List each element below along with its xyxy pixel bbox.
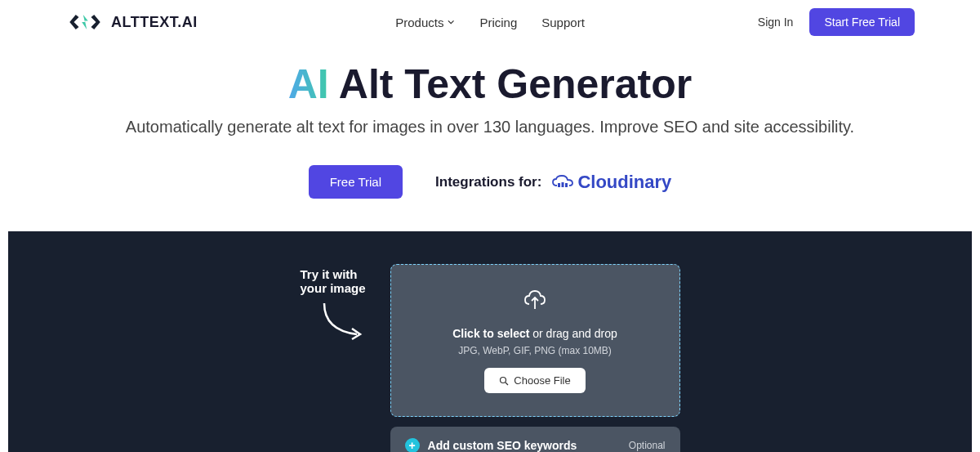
search-icon [499, 376, 509, 386]
svg-rect-2 [565, 183, 568, 187]
seo-keywords-panel[interactable]: + Add custom SEO keywords Optional [390, 427, 680, 452]
nav-products[interactable]: Products [395, 16, 455, 29]
chevron-down-icon [447, 18, 455, 26]
sign-in-link[interactable]: Sign In [758, 16, 794, 29]
cloudinary-logo[interactable]: Cloudinary [551, 172, 671, 193]
integrations-label: Integrations for: [435, 174, 541, 190]
upload-cloud-icon [523, 288, 547, 312]
header: ALTTEXT.AI Products Pricing Support Sign… [0, 0, 980, 44]
nav: Products Pricing Support [395, 16, 585, 29]
upload-dropzone[interactable]: Click to select or drag and drop JPG, We… [390, 264, 680, 417]
nav-products-label: Products [395, 16, 443, 29]
hero-title-rest: Alt Text Generator [329, 61, 693, 107]
seo-optional: Optional [629, 440, 666, 451]
logo-text: ALTTEXT.AI [111, 14, 198, 31]
svg-rect-1 [562, 182, 564, 187]
hero-subtitle: Automatically generate alt text for imag… [0, 118, 980, 136]
choose-file-button[interactable]: Choose File [484, 368, 585, 393]
nav-pricing[interactable]: Pricing [479, 16, 517, 29]
hero-title: AI Alt Text Generator [0, 60, 980, 108]
upload-instruction: Click to select or drag and drop [408, 327, 663, 340]
svg-point-3 [501, 377, 506, 383]
plus-circle-icon: + [405, 438, 420, 452]
cloudinary-icon [551, 174, 574, 190]
cloudinary-name: Cloudinary [577, 172, 671, 193]
upload-formats: JPG, WebP, GIF, PNG (max 10MB) [408, 345, 663, 356]
svg-rect-0 [558, 183, 560, 187]
header-actions: Sign In Start Free Trial [758, 8, 915, 36]
seo-label: Add custom SEO keywords [428, 439, 577, 452]
start-free-trial-button[interactable]: Start Free Trial [809, 8, 915, 36]
hero-title-ai: AI [288, 61, 329, 107]
hero-actions: Free Trial Integrations for: Cloudinary [0, 165, 980, 199]
logo-icon [65, 10, 105, 34]
hero: AI Alt Text Generator Automatically gene… [0, 44, 980, 231]
try-section: Try it with your image Click to select o… [8, 231, 972, 452]
logo[interactable]: ALTTEXT.AI [65, 10, 198, 34]
try-label: Try it with your image [300, 267, 365, 452]
nav-support[interactable]: Support [541, 16, 585, 29]
free-trial-button[interactable]: Free Trial [309, 165, 403, 199]
integrations: Integrations for: Cloudinary [435, 172, 671, 193]
arrow-icon [318, 302, 367, 342]
